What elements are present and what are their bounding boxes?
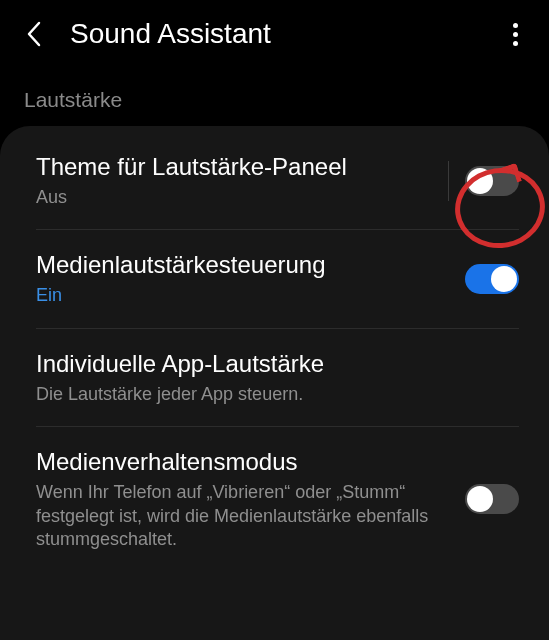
row-main: Individuelle App-Lautstärke Die Lautstär… — [36, 349, 519, 406]
toggle-theme-panel[interactable] — [465, 166, 519, 196]
toggle-knob — [491, 266, 517, 292]
row-main: Theme für Lautstärke-Paneel Aus — [36, 152, 448, 209]
row-theme-panel[interactable]: Theme für Lautstärke-Paneel Aus — [0, 132, 549, 229]
toggle-media-behavior[interactable] — [465, 484, 519, 514]
vertical-divider — [448, 161, 449, 201]
row-title: Theme für Lautstärke-Paneel — [36, 152, 432, 182]
more-icon — [513, 23, 518, 46]
toggle-media-control[interactable] — [465, 264, 519, 294]
row-subtitle: Die Lautstärke jeder App steuern. — [36, 383, 503, 406]
settings-card: Theme für Lautstärke-Paneel Aus Medienla… — [0, 126, 549, 640]
chevron-left-icon — [26, 21, 42, 47]
row-title: Medienverhaltensmodus — [36, 447, 449, 477]
row-title: Individuelle App-Lautstärke — [36, 349, 503, 379]
row-media-control[interactable]: Medienlautstärkesteuerung Ein — [0, 230, 549, 327]
row-main: Medienlautstärkesteuerung Ein — [36, 250, 465, 307]
app-header: Sound Assistant — [0, 0, 549, 72]
row-app-volume[interactable]: Individuelle App-Lautstärke Die Lautstär… — [0, 329, 549, 426]
row-subtitle: Aus — [36, 186, 432, 209]
toggle-knob — [467, 168, 493, 194]
row-subtitle: Wenn Ihr Telefon auf „Vibrieren“ oder „S… — [36, 481, 449, 551]
toggle-knob — [467, 486, 493, 512]
section-label-volume: Lautstärke — [0, 72, 549, 126]
row-subtitle: Ein — [36, 284, 449, 307]
row-media-behavior[interactable]: Medienverhaltensmodus Wenn Ihr Telefon a… — [0, 427, 549, 571]
row-main: Medienverhaltensmodus Wenn Ihr Telefon a… — [36, 447, 465, 551]
back-button[interactable] — [20, 20, 48, 48]
row-title: Medienlautstärkesteuerung — [36, 250, 449, 280]
page-title: Sound Assistant — [70, 18, 501, 50]
more-options-button[interactable] — [501, 20, 529, 48]
